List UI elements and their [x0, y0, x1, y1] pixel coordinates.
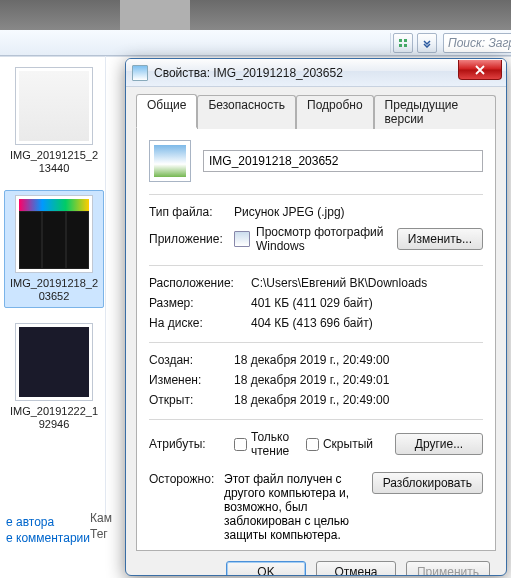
change-button[interactable]: Изменить...: [397, 228, 483, 250]
apply-button[interactable]: Применить: [406, 561, 490, 576]
created-value: 18 декабря 2019 г., 20:49:00: [234, 353, 483, 367]
security-label: Осторожно:: [149, 472, 224, 486]
ok-button[interactable]: OK: [226, 561, 306, 576]
tab-details[interactable]: Подробно: [296, 95, 374, 129]
toolbar-help-button[interactable]: [417, 33, 437, 53]
dialog-icon: [132, 65, 148, 81]
created-label: Создан:: [149, 353, 234, 367]
details-pane-links: е автора Кам е комментарии Тег: [0, 510, 120, 550]
window-chrome-fragment: [0, 0, 511, 30]
thumbnail-list: IMG_20191215_213440 IMG_20191218_203652 …: [4, 62, 104, 446]
other-attributes-button[interactable]: Другие...: [395, 433, 483, 455]
size-label: Размер:: [149, 296, 251, 310]
ondisk-label: На диске:: [149, 316, 251, 330]
modified-label: Изменен:: [149, 373, 234, 387]
explorer-toolbar: Поиск: Загру: [0, 30, 511, 56]
app-label: Приложение:: [149, 232, 234, 246]
location-value: C:\Users\Евгений ВК\Downloads: [251, 276, 483, 290]
thumbnail-label: IMG_20191222_192946: [7, 405, 101, 431]
thumbnail-label: IMG_20191218_203652: [7, 277, 101, 303]
svg-rect-2: [399, 44, 402, 47]
svg-rect-0: [399, 39, 402, 42]
readonly-checkbox[interactable]: Только чтение: [234, 430, 290, 458]
camera-label: Кам: [90, 510, 112, 526]
attributes-label: Атрибуты:: [149, 437, 234, 451]
dialog-button-row: OK Отмена Применить: [136, 551, 496, 576]
thumbnail-item[interactable]: IMG_20191218_203652: [4, 190, 104, 308]
thumbnail-item[interactable]: IMG_20191215_213440: [4, 62, 104, 180]
thumbnail-item[interactable]: IMG_20191222_192946: [4, 318, 104, 436]
dialog-titlebar[interactable]: Свойства: IMG_20191218_203652: [126, 59, 506, 87]
filetype-label: Тип файла:: [149, 205, 234, 219]
hidden-checkbox[interactable]: Скрытый: [306, 437, 373, 451]
svg-rect-1: [404, 39, 407, 42]
toolbar-view-button[interactable]: [393, 33, 413, 53]
accessed-label: Открыт:: [149, 393, 234, 407]
search-placeholder: Поиск: Загру: [448, 36, 511, 50]
tab-security[interactable]: Безопасность: [197, 95, 296, 129]
filename-input[interactable]: [203, 150, 483, 172]
search-input[interactable]: Поиск: Загру: [443, 33, 511, 53]
tab-previous-versions[interactable]: Предыдущие версии: [374, 95, 496, 129]
tab-strip: Общие Безопасность Подробно Предыдущие в…: [136, 93, 496, 128]
tab-pane-general: Тип файла: Рисунок JPEG (.jpg) Приложени…: [136, 127, 496, 551]
modified-value: 18 декабря 2019 г., 20:49:01: [234, 373, 483, 387]
properties-dialog: Свойства: IMG_20191218_203652 Общие Безо…: [125, 58, 507, 576]
thumbnail-label: IMG_20191215_213440: [7, 149, 101, 175]
size-value: 401 КБ (411 029 байт): [251, 296, 483, 310]
location-label: Расположение:: [149, 276, 251, 290]
accessed-value: 18 декабря 2019 г., 20:49:00: [234, 393, 483, 407]
unblock-button[interactable]: Разблокировать: [372, 472, 483, 494]
svg-rect-3: [404, 44, 407, 47]
tags-label: Тег: [90, 526, 108, 542]
photo-viewer-icon: [234, 231, 250, 247]
file-type-icon: [149, 140, 191, 182]
cancel-button[interactable]: Отмена: [316, 561, 396, 576]
security-text: Этот файл получен с другого компьютера и…: [224, 472, 366, 542]
dialog-title: Свойства: IMG_20191218_203652: [154, 66, 502, 80]
tab-general[interactable]: Общие: [136, 94, 197, 128]
close-button[interactable]: [458, 60, 502, 80]
ondisk-value: 404 КБ (413 696 байт): [251, 316, 483, 330]
app-value: Просмотр фотографий Windows: [256, 225, 391, 253]
filetype-value: Рисунок JPEG (.jpg): [234, 205, 483, 219]
